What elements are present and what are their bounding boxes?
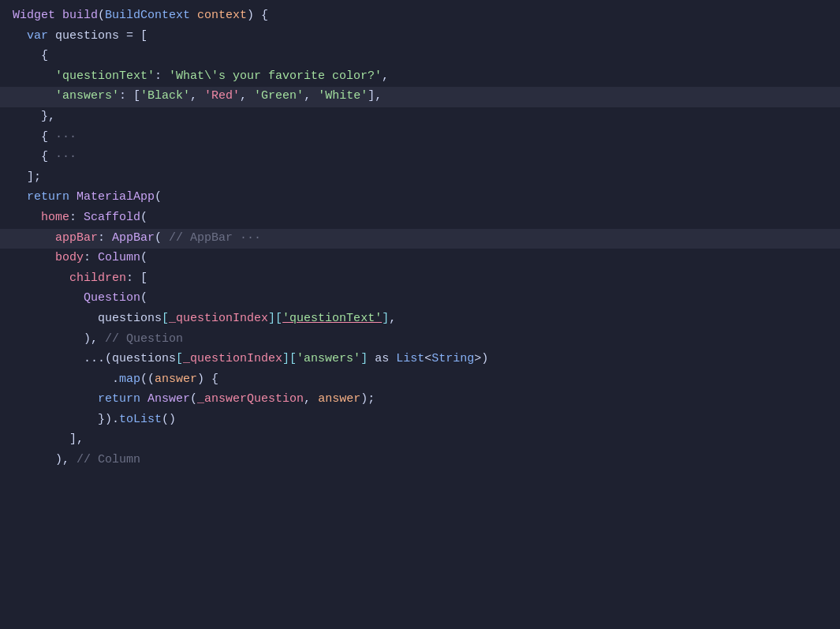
token-body-prop: body — [55, 249, 84, 268]
code-line-19: .map((answer) { — [0, 370, 840, 391]
token-close-q: ), — [84, 330, 105, 349]
token-angle: < — [424, 350, 431, 369]
indent — [13, 370, 112, 389]
token-q-index2: _questionIndex — [183, 350, 282, 369]
token-semi: ); — [360, 390, 375, 409]
token-close-bracket: ], — [368, 87, 382, 106]
token-column-comment: // Column — [77, 451, 140, 470]
token-paren5: ( — [140, 289, 147, 308]
indent — [13, 289, 84, 308]
indent — [13, 451, 55, 470]
token-answer-widget: Answer — [147, 390, 190, 409]
token-widget: Widget — [13, 6, 62, 25]
token-bracket5: ][ — [282, 350, 297, 369]
indent — [13, 128, 41, 147]
code-line-4: 'questionText': 'What\'s your favorite c… — [0, 67, 840, 88]
indent — [13, 168, 27, 187]
token-comma3: , — [240, 87, 254, 106]
token-key1: 'questionText' — [55, 67, 155, 86]
token-key2: 'answers' — [55, 87, 119, 106]
token-paren2: ( — [140, 208, 147, 227]
indent — [13, 430, 69, 449]
token-answer-var: answer — [318, 390, 360, 409]
token-var: questions — [55, 27, 126, 46]
token-close-arr: ]; — [27, 168, 41, 187]
code-line-17: ), // Question — [0, 330, 840, 350]
token-colon2: : [ — [119, 87, 140, 106]
token-brace2: { — [41, 128, 55, 147]
token-questions-var: questions — [98, 309, 162, 328]
token-green: 'Green' — [254, 87, 304, 106]
indent — [13, 390, 98, 409]
code-line-10: return MaterialApp( — [0, 188, 840, 208]
indent — [13, 309, 98, 328]
code-line-20: return Answer(_answerQuestion, answer); — [0, 390, 840, 410]
code-line-11: home: Scaffold( — [0, 208, 840, 229]
indent — [13, 229, 55, 248]
indent — [13, 47, 41, 66]
token-paren8: ( — [190, 390, 197, 409]
token-bracket3: ] — [382, 309, 389, 328]
token-eq: = [ — [126, 27, 147, 46]
token-close-obj: }, — [41, 107, 55, 126]
token-black: 'Black' — [140, 87, 190, 106]
code-line-16: questions[_questionIndex]['questionText'… — [0, 309, 840, 330]
token-comma6: , — [304, 390, 318, 409]
token-paren7: ) { — [197, 370, 218, 389]
token-kw: var — [27, 27, 55, 46]
token-paren1: ( — [155, 188, 162, 207]
indent — [13, 87, 55, 106]
token-val1: 'What\'s your favorite color?' — [169, 67, 382, 86]
token-colon6: : [ — [126, 269, 147, 288]
token-answer-param: answer — [155, 370, 197, 389]
token-brace: { — [41, 47, 48, 66]
token-return2: return — [98, 390, 147, 409]
code-editor: Widget build(BuildContext context) { var… — [0, 0, 840, 629]
code-line-1: Widget build(BuildContext context) { — [0, 6, 840, 27]
token-red: 'Red' — [204, 87, 240, 106]
indent — [13, 188, 27, 207]
indent — [13, 410, 98, 429]
indent — [13, 27, 27, 46]
token-question: Question — [84, 289, 140, 308]
code-line-9: ]; — [0, 168, 840, 189]
token-ellipsis2: ··· — [55, 148, 77, 167]
token-fn: build — [62, 6, 98, 25]
token-as: as — [368, 350, 396, 369]
code-line-23: ), // Column — [0, 451, 840, 471]
token-answer-q-fn: _answerQuestion — [197, 390, 304, 409]
token-paren3: ( — [155, 229, 162, 248]
code-line-3: { — [0, 47, 840, 67]
token-spread: ...( — [84, 350, 112, 369]
indent — [13, 107, 41, 126]
code-line-2: var questions = [ — [0, 27, 840, 47]
code-line-22: ], — [0, 430, 840, 451]
token-paren4: ( — [140, 249, 147, 268]
indent — [13, 208, 41, 227]
code-line-18: ...(questions[_questionIndex]['answers']… — [0, 350, 840, 370]
token-map: map — [119, 370, 140, 389]
token-comma4: , — [304, 87, 318, 106]
token-colon5: : — [84, 249, 98, 268]
token-string-type: String — [431, 350, 474, 369]
token-q-index: _questionIndex — [169, 309, 268, 328]
token-punct: ( — [98, 6, 105, 25]
token-close-column: ), — [55, 451, 77, 470]
code-line-13: body: Column( — [0, 249, 840, 269]
indent — [13, 350, 84, 369]
token-answers-key: 'answers' — [297, 350, 360, 369]
token-brace3: { — [41, 148, 55, 167]
token-column: Column — [98, 249, 140, 268]
code-line-5: 'answers': ['Black', 'Red', 'Green', 'Wh… — [0, 87, 840, 107]
token-colon3: : — [69, 208, 84, 227]
code-line-21: }).toList() — [0, 410, 840, 431]
token-children-prop: children — [69, 269, 126, 288]
token-colon1: : — [155, 67, 169, 86]
code-line-8: { ··· — [0, 148, 840, 168]
token-dot: . — [112, 370, 119, 389]
token-return: return — [27, 188, 77, 207]
token-type: BuildContext — [105, 6, 197, 25]
token-comma1: , — [382, 67, 389, 86]
token-paren9: () — [162, 410, 176, 429]
indent — [13, 67, 55, 86]
